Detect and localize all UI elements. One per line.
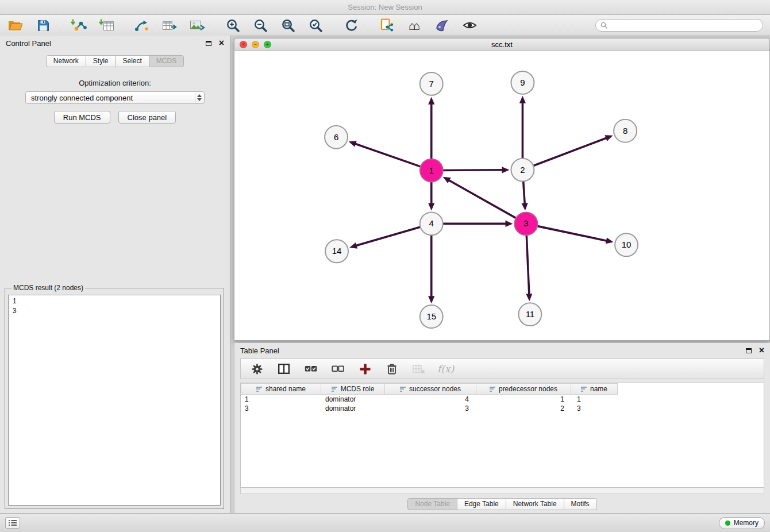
float-table-panel-icon[interactable]	[746, 348, 752, 353]
edge-arrowhead-icon	[349, 141, 357, 147]
table-body: 1dominator4113dominator323	[241, 395, 764, 413]
graph-edge-4-14[interactable]	[357, 226, 422, 245]
graph-edge-2-8[interactable]	[532, 138, 606, 166]
column-header-predecessor-nodes[interactable]: predecessor nodes	[476, 383, 571, 395]
network-window-title: scc.txt	[491, 40, 513, 49]
tab-node-table[interactable]: Node Table	[407, 498, 457, 510]
zoom-window-icon[interactable]: +	[264, 41, 271, 48]
mcds-result-item: 3	[13, 306, 216, 316]
table-settings-gear-icon[interactable]	[248, 361, 265, 377]
refresh-icon[interactable]	[342, 17, 360, 33]
table-panel-title: Table Panel	[240, 346, 279, 355]
window-titlebar: Session: New Session	[0, 0, 770, 15]
toolbar-group-view: ⌂⌂	[378, 17, 478, 33]
table-row[interactable]: 1dominator411	[241, 395, 764, 404]
traffic-lights: × − +	[240, 41, 271, 48]
tab-network-table[interactable]: Network Table	[506, 498, 564, 510]
graph-edge-3-11[interactable]	[526, 234, 529, 294]
run-mcds-button[interactable]: Run MCDS	[54, 111, 110, 124]
graph-edge-1-6[interactable]	[356, 144, 422, 167]
open-session-icon[interactable]	[7, 17, 24, 33]
mcds-result-list[interactable]: 13	[8, 295, 221, 506]
task-history-button[interactable]	[5, 517, 20, 529]
table-cell[interactable]: dominator	[321, 404, 386, 413]
delete-table-icon	[410, 361, 428, 377]
float-panel-icon[interactable]	[206, 41, 211, 46]
toolbar-group-export	[133, 17, 206, 33]
tab-mcds[interactable]: MCDS	[149, 55, 184, 67]
column-label: name	[590, 385, 607, 393]
graph-edge-1-2[interactable]	[442, 170, 502, 171]
memory-label: Memory	[734, 519, 759, 527]
network-canvas[interactable]: 7968124314101511	[234, 51, 770, 341]
node-label-1: 1	[429, 165, 434, 175]
export-network-icon[interactable]	[133, 17, 151, 33]
criterion-dropdown[interactable]: strongly connected component	[25, 91, 205, 104]
close-table-panel-icon[interactable]: ×	[759, 346, 764, 355]
export-image-icon[interactable]	[188, 17, 206, 33]
table-cell[interactable]: dominator	[321, 395, 386, 404]
window-title: Session: New Session	[348, 3, 422, 11]
column-hierarchy-icon	[400, 387, 406, 392]
column-label: shared name	[265, 385, 306, 393]
add-row-plus-icon[interactable]	[356, 361, 374, 377]
table-hscrollbar[interactable]	[240, 488, 764, 494]
function-builder-icon: f(x)	[437, 363, 454, 375]
minimize-window-icon[interactable]: −	[252, 41, 259, 48]
apply-style-icon[interactable]	[433, 17, 451, 33]
close-panel-icon[interactable]: ×	[219, 38, 224, 48]
import-network-icon[interactable]	[70, 17, 87, 33]
delete-row-trash-icon[interactable]	[383, 361, 401, 377]
column-hierarchy-icon	[581, 387, 587, 392]
tab-select[interactable]: Select	[116, 55, 149, 67]
table-cell[interactable]: 1	[573, 395, 620, 404]
graph-edge-2-3[interactable]	[523, 180, 525, 203]
table-cell[interactable]: 4	[386, 395, 478, 404]
close-panel-button[interactable]: Close panel	[118, 111, 176, 124]
node-table: shared nameMCDS rolesuccessor nodesprede…	[240, 383, 764, 488]
save-session-icon[interactable]	[34, 17, 52, 33]
network-window: × − + scc.txt 7968124314101511	[234, 38, 770, 341]
deselect-all-columns-icon[interactable]	[329, 361, 346, 377]
edge-arrowhead-icon	[428, 296, 434, 303]
tab-motifs[interactable]: Motifs	[564, 498, 597, 510]
node-label-4: 4	[429, 218, 434, 228]
close-window-icon[interactable]: ×	[240, 41, 247, 48]
table-cell[interactable]: 3	[241, 404, 321, 413]
column-header-successor-nodes[interactable]: successor nodes	[384, 383, 476, 395]
network-window-titlebar[interactable]: × − + scc.txt	[234, 38, 770, 51]
table-cell[interactable]: 2	[478, 404, 573, 413]
column-hierarchy-icon	[256, 387, 262, 392]
show-columns-icon[interactable]	[275, 361, 292, 377]
toolbar-group-zoom	[224, 17, 324, 33]
table-cell[interactable]: 3	[386, 404, 478, 413]
column-header-shared-name[interactable]: shared name	[241, 383, 321, 395]
table-cell[interactable]: 1	[478, 395, 573, 404]
show-hide-eye-icon[interactable]	[461, 17, 478, 33]
search-input[interactable]	[611, 21, 758, 29]
column-header-name[interactable]: name	[571, 383, 618, 395]
tab-edge-table[interactable]: Edge Table	[457, 498, 506, 510]
graph-edge-3-1[interactable]	[449, 180, 517, 218]
optimization-criterion-label: Optimization criterion:	[0, 79, 230, 87]
search-box[interactable]	[595, 19, 763, 32]
network-overview-icon[interactable]: ⌂⌂	[406, 17, 423, 33]
import-table-icon[interactable]	[98, 17, 115, 33]
select-all-columns-icon[interactable]	[302, 361, 319, 377]
edge-arrowhead-icon	[428, 203, 434, 210]
tab-network[interactable]: Network	[46, 55, 86, 67]
memory-button[interactable]: Memory	[719, 517, 765, 529]
zoom-in-icon[interactable]	[224, 17, 241, 33]
export-table-icon[interactable]	[161, 17, 178, 33]
zoom-fit-icon[interactable]	[279, 17, 297, 33]
zoom-selected-icon[interactable]	[307, 17, 324, 33]
tab-style[interactable]: Style	[86, 55, 116, 67]
zoom-out-icon[interactable]	[252, 17, 269, 33]
table-cell[interactable]: 1	[241, 395, 321, 404]
table-cell[interactable]: 3	[573, 404, 620, 413]
paste-style-icon[interactable]	[378, 17, 395, 33]
table-row[interactable]: 3dominator323	[241, 404, 764, 413]
column-header-mcds-role[interactable]: MCDS role	[321, 383, 385, 395]
graph-edge-3-10[interactable]	[536, 226, 606, 241]
edge-arrowhead-icon	[428, 97, 434, 105]
